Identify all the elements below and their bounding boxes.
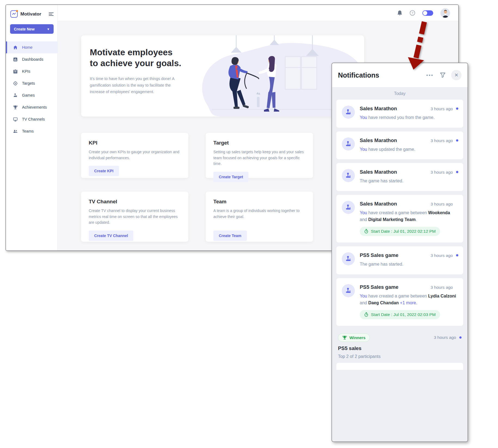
winners-notification[interactable]: Winners 3 hours ago PS5 sales Top 2 of 2… (336, 330, 463, 362)
sidebar-item-tv-channels[interactable]: TV Channels (6, 113, 57, 125)
tv-channels-icon (13, 117, 18, 122)
kpi-card-title: KPI (89, 140, 181, 146)
sidebar-item-games[interactable]: Games (6, 89, 57, 101)
unread-dot (456, 139, 458, 142)
joystick-icon (342, 169, 355, 182)
notifications-panel: Notifications ✕ Today Sales Marathon3 ho… (331, 63, 468, 442)
joystick-icon (342, 201, 355, 214)
sidebar-item-dashboards[interactable]: Dashboards (6, 53, 57, 65)
target-card-description: Setting up sales targets help keep you a… (213, 149, 305, 167)
kpi-card: KPI Create your own KPIs to gauge your o… (81, 133, 188, 178)
sidebar-item-home[interactable]: Home (6, 41, 57, 53)
hero-title: Motivate employees to achieve your goals… (90, 47, 190, 69)
joystick-icon (342, 106, 355, 119)
help-icon[interactable]: ? (410, 10, 415, 16)
notification-card[interactable]: Sales Marathon3 hours ago The game has s… (336, 163, 463, 191)
target-card-title: Target (213, 140, 305, 146)
collapse-menu-icon[interactable] (49, 12, 54, 17)
games-icon (13, 93, 18, 98)
tv-channel-card-title: TV Channel (89, 199, 181, 205)
svg-text:?: ? (411, 11, 413, 15)
today-section-label: Today (336, 87, 463, 100)
notification-card[interactable]: Sales Marathon3 hours ago You have creat… (336, 195, 463, 243)
teams-icon (13, 129, 18, 134)
winners-game-title: PS5 sales (338, 345, 462, 351)
topbar: ? (58, 5, 458, 21)
stopwatch-icon (364, 229, 368, 234)
targets-icon (13, 81, 18, 86)
joystick-icon (342, 137, 355, 151)
sidebar: Motivator Create New ▼ Home Dashboards K… (6, 5, 58, 250)
notification-card[interactable]: Sales Marathon3 hours ago You have remov… (336, 100, 463, 128)
team-card-description: A team is a group of individuals working… (213, 208, 305, 220)
hero-card: Motivate employees to achieve your goals… (81, 35, 364, 116)
create-tv-channel-button[interactable]: Create TV Channel (89, 231, 133, 241)
dashboards-icon (13, 57, 18, 62)
achievements-icon (13, 105, 18, 110)
team-card: Team A team is a group of individuals wo… (206, 192, 313, 242)
unread-dot (456, 108, 458, 110)
bell-icon[interactable] (397, 10, 402, 16)
team-card-title: Team (213, 199, 305, 205)
winners-subtitle: Top 2 of 2 participants (338, 354, 462, 359)
create-new-button[interactable]: Create New ▼ (10, 24, 54, 34)
notification-card[interactable]: PS5 Sales game3 hours ago You have creat… (336, 278, 463, 326)
notification-card[interactable]: Sales Marathon3 hours ago You have updat… (336, 131, 463, 159)
hero-description: It's time to have fun when you get thing… (90, 76, 184, 95)
unread-dot (459, 336, 462, 339)
joystick-icon (342, 284, 355, 297)
sidebar-item-teams[interactable]: Teams (6, 125, 57, 137)
start-date-badge: Start Date : Jul 01, 2022 02:12 PM (360, 227, 440, 236)
annotation-arrow (403, 21, 438, 72)
logo-row: Motivator (6, 5, 57, 20)
sidebar-item-achievements[interactable]: Achievements (6, 101, 57, 113)
create-team-button[interactable]: Create Team (213, 231, 247, 241)
stopwatch-icon (364, 312, 368, 317)
theme-toggle[interactable] (422, 10, 433, 16)
trophy-icon (342, 335, 347, 340)
kpis-icon (13, 69, 18, 74)
create-target-button[interactable]: Create Target (213, 172, 248, 182)
kpi-card-description: Create your own KPIs to gauge your organ… (89, 149, 181, 161)
partially-visible-card (336, 363, 463, 370)
more-participants-link[interactable]: +1 more. (400, 300, 417, 305)
sidebar-nav: Home Dashboards KPIs Targets Games Achie… (6, 41, 57, 137)
home-icon (13, 45, 18, 50)
notifications-list: Today Sales Marathon3 hours ago You have… (332, 87, 468, 441)
more-options-icon[interactable] (426, 75, 433, 76)
caret-down-icon: ▼ (47, 27, 50, 31)
unread-dot (456, 254, 458, 256)
sidebar-item-targets[interactable]: Targets (6, 77, 57, 89)
create-kpi-button[interactable]: Create KPI (89, 166, 119, 176)
avatar[interactable] (440, 8, 450, 18)
sidebar-item-kpis[interactable]: KPIs (6, 65, 57, 77)
notifications-header: Notifications ✕ (332, 63, 468, 87)
notification-card[interactable]: PS5 Sales game3 hours ago The game has s… (336, 246, 463, 274)
app-title: Motivator (20, 11, 46, 17)
tv-channel-card-description: Create TV channel to display your curren… (89, 208, 181, 226)
joystick-icon (342, 252, 355, 265)
tv-channel-card: TV Channel Create TV channel to display … (81, 192, 188, 242)
winners-badge: Winners (338, 333, 370, 342)
unread-dot (456, 171, 458, 173)
filter-icon[interactable] (440, 72, 446, 78)
close-icon[interactable]: ✕ (451, 70, 462, 80)
motivator-logo-icon (10, 10, 18, 18)
start-date-badge: Start Date : Jul 01, 2022 02:03 PM (360, 310, 440, 319)
target-card: Target Setting up sales targets help kee… (206, 133, 313, 178)
